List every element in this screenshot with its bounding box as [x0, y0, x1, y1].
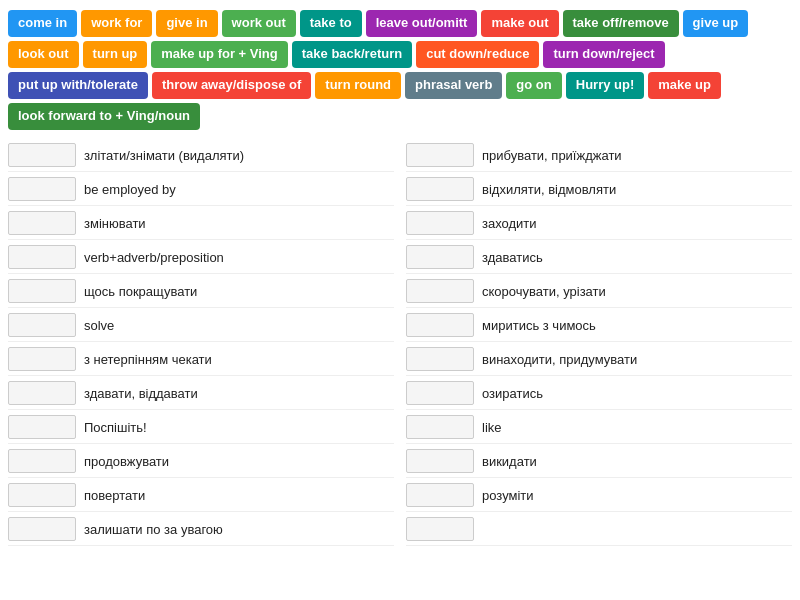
right-text-7: озиратись — [482, 386, 543, 401]
left-text-10: повертати — [84, 488, 145, 503]
right-text-4: скорочувати, урізати — [482, 284, 606, 299]
btn-work-for[interactable]: work for — [81, 10, 152, 37]
right-row-8: like — [406, 412, 792, 444]
right-input-0[interactable] — [406, 143, 474, 167]
btn-take-to[interactable]: take to — [300, 10, 362, 37]
btn-phrasal-verb[interactable]: phrasal verb — [405, 72, 502, 99]
right-input-5[interactable] — [406, 313, 474, 337]
btn-make-up-for[interactable]: make up for + Ving — [151, 41, 287, 68]
left-row-9: продовжувати — [8, 446, 394, 478]
right-input-11[interactable] — [406, 517, 474, 541]
match-area: злітати/знімати (видаляти) be employed b… — [0, 136, 800, 550]
right-input-7[interactable] — [406, 381, 474, 405]
right-input-6[interactable] — [406, 347, 474, 371]
left-input-0[interactable] — [8, 143, 76, 167]
left-text-11: залишати по за увагою — [84, 522, 223, 537]
btn-go-on[interactable]: go on — [506, 72, 561, 99]
left-row-0: злітати/знімати (видаляти) — [8, 140, 394, 172]
btn-make-out[interactable]: make out — [481, 10, 558, 37]
left-row-1: be employed by — [8, 174, 394, 206]
left-input-5[interactable] — [8, 313, 76, 337]
right-row-2: заходити — [406, 208, 792, 240]
btn-turn-round[interactable]: turn round — [315, 72, 401, 99]
left-row-8: Поспішіть! — [8, 412, 394, 444]
right-text-10: розуміти — [482, 488, 534, 503]
right-text-3: здаватись — [482, 250, 543, 265]
btn-take-back[interactable]: take back/return — [292, 41, 412, 68]
btn-look-out[interactable]: look out — [8, 41, 79, 68]
right-text-2: заходити — [482, 216, 537, 231]
left-row-4: щось покращувати — [8, 276, 394, 308]
left-text-0: злітати/знімати (видаляти) — [84, 148, 244, 163]
left-input-6[interactable] — [8, 347, 76, 371]
left-text-7: здавати, віддавати — [84, 386, 198, 401]
left-row-2: змінювати — [8, 208, 394, 240]
right-input-4[interactable] — [406, 279, 474, 303]
left-text-3: verb+adverb/preposition — [84, 250, 224, 265]
left-input-3[interactable] — [8, 245, 76, 269]
right-input-2[interactable] — [406, 211, 474, 235]
left-row-6: з нетерпінням чекати — [8, 344, 394, 376]
right-text-6: винаходити, придумувати — [482, 352, 637, 367]
left-input-8[interactable] — [8, 415, 76, 439]
right-input-9[interactable] — [406, 449, 474, 473]
right-row-7: озиратись — [406, 378, 792, 410]
right-row-0: прибувати, приїжджати — [406, 140, 792, 172]
left-text-5: solve — [84, 318, 114, 333]
left-row-3: verb+adverb/preposition — [8, 242, 394, 274]
right-input-8[interactable] — [406, 415, 474, 439]
left-input-2[interactable] — [8, 211, 76, 235]
right-text-1: відхиляти, відмовляти — [482, 182, 616, 197]
left-input-7[interactable] — [8, 381, 76, 405]
btn-make-up[interactable]: make up — [648, 72, 721, 99]
btn-work-out[interactable]: work out — [222, 10, 296, 37]
right-text-5: миритись з чимось — [482, 318, 596, 333]
btn-give-up[interactable]: give up — [683, 10, 749, 37]
left-input-11[interactable] — [8, 517, 76, 541]
right-input-1[interactable] — [406, 177, 474, 201]
right-text-0: прибувати, приїжджати — [482, 148, 622, 163]
right-row-11 — [406, 514, 792, 546]
left-row-5: solve — [8, 310, 394, 342]
right-row-9: викидати — [406, 446, 792, 478]
btn-hurry-up[interactable]: Hurry up! — [566, 72, 645, 99]
left-row-7: здавати, віддавати — [8, 378, 394, 410]
btn-throw-away[interactable]: throw away/dispose of — [152, 72, 311, 99]
left-input-10[interactable] — [8, 483, 76, 507]
right-text-8: like — [482, 420, 502, 435]
left-text-8: Поспішіть! — [84, 420, 147, 435]
right-text-9: викидати — [482, 454, 537, 469]
left-input-4[interactable] — [8, 279, 76, 303]
btn-turn-down[interactable]: turn down/reject — [543, 41, 664, 68]
left-text-1: be employed by — [84, 182, 176, 197]
right-input-3[interactable] — [406, 245, 474, 269]
right-row-1: відхиляти, відмовляти — [406, 174, 792, 206]
right-input-10[interactable] — [406, 483, 474, 507]
right-row-10: розуміти — [406, 480, 792, 512]
right-column: прибувати, приїжджати відхиляти, відмовл… — [406, 140, 792, 546]
right-row-3: здаватись — [406, 242, 792, 274]
btn-cut-down[interactable]: cut down/reduce — [416, 41, 539, 68]
left-text-9: продовжувати — [84, 454, 169, 469]
left-text-2: змінювати — [84, 216, 146, 231]
left-row-10: повертати — [8, 480, 394, 512]
buttons-area: come in work for give in work out take t… — [0, 0, 800, 136]
right-row-6: винаходити, придумувати — [406, 344, 792, 376]
right-row-5: миритись з чимось — [406, 310, 792, 342]
btn-give-in[interactable]: give in — [156, 10, 217, 37]
left-input-9[interactable] — [8, 449, 76, 473]
column-divider — [394, 140, 406, 546]
btn-leave-out[interactable]: leave out/omitt — [366, 10, 478, 37]
btn-look-forward[interactable]: look forward to + Ving/noun — [8, 103, 200, 130]
left-column: злітати/знімати (видаляти) be employed b… — [8, 140, 394, 546]
btn-put-up-with[interactable]: put up with/tolerate — [8, 72, 148, 99]
right-row-4: скорочувати, урізати — [406, 276, 792, 308]
btn-come-in[interactable]: come in — [8, 10, 77, 37]
btn-take-off[interactable]: take off/remove — [563, 10, 679, 37]
left-input-1[interactable] — [8, 177, 76, 201]
left-text-4: щось покращувати — [84, 284, 197, 299]
left-text-6: з нетерпінням чекати — [84, 352, 212, 367]
btn-turn-up[interactable]: turn up — [83, 41, 148, 68]
left-row-11: залишати по за увагою — [8, 514, 394, 546]
